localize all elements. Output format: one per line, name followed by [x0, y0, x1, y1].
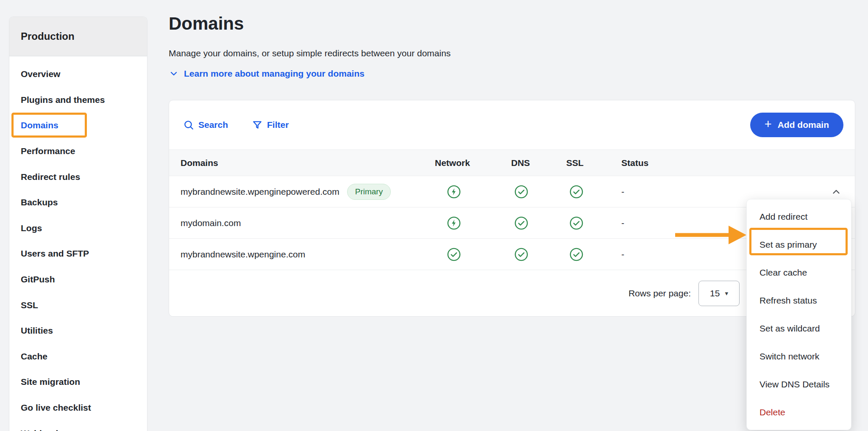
sidebar-item-go-live-checklist[interactable]: Go live checklist	[9, 395, 147, 421]
network-status-lightning-icon	[435, 216, 473, 230]
column-header-status: Status	[621, 158, 732, 168]
domain-name: mybrandnewsite.wpengine.com	[181, 249, 305, 260]
app-root: Production OverviewPlugins and themesDom…	[0, 0, 868, 431]
rows-per-page-label: Rows per page:	[629, 288, 691, 298]
menu-item-delete[interactable]: Delete	[747, 398, 851, 426]
sidebar-nav: OverviewPlugins and themesDomainsPerform…	[9, 56, 147, 431]
sidebar-item-webhooks[interactable]: Webhooks	[9, 420, 147, 431]
rows-per-page-select[interactable]: 15 ▾	[698, 281, 740, 306]
context-menu: Add redirectSet as primaryClear cacheRef…	[746, 199, 851, 430]
row-menu-toggle-open[interactable]	[831, 186, 842, 197]
environment-sidebar: Production OverviewPlugins and themesDom…	[9, 17, 147, 431]
dns-status-check-icon	[511, 247, 531, 262]
sidebar-item-utilities[interactable]: Utilities	[9, 318, 147, 344]
dns-status-check-icon	[511, 216, 531, 230]
search-icon	[183, 119, 194, 130]
status-value: -	[621, 218, 732, 228]
sidebar-item-performance[interactable]: Performance	[9, 138, 147, 164]
sidebar-item-ssl[interactable]: SSL	[9, 292, 147, 318]
table-header-row: DomainsNetworkDNSSSLStatus	[169, 149, 855, 176]
ssl-status-check-icon	[566, 216, 587, 230]
rows-per-page-value: 15	[710, 288, 720, 298]
sidebar-item-overview[interactable]: Overview	[9, 61, 147, 87]
network-status-check-icon	[435, 247, 473, 262]
column-header-ssl: SSL	[566, 158, 621, 168]
learn-more-link[interactable]: Learn more about managing your domains	[169, 69, 364, 79]
sidebar-item-logs[interactable]: Logs	[9, 216, 147, 241]
ssl-status-check-icon	[566, 185, 587, 199]
network-status-lightning-icon	[435, 185, 473, 199]
sidebar-item-cache[interactable]: Cache	[9, 344, 147, 370]
domain-name: mydomain.com	[181, 218, 241, 228]
column-header-network: Network	[435, 158, 511, 168]
menu-item-view-dns-details[interactable]: View DNS Details	[747, 370, 851, 398]
sidebar-item-gitpush[interactable]: GitPush	[9, 267, 147, 293]
sidebar-item-redirect-rules[interactable]: Redirect rules	[9, 164, 147, 190]
menu-item-clear-cache[interactable]: Clear cache	[747, 259, 851, 287]
column-header-dns: DNS	[511, 158, 566, 168]
primary-badge: Primary	[347, 184, 391, 200]
sidebar-item-domains[interactable]: Domains	[9, 113, 147, 138]
search-label: Search	[198, 120, 228, 130]
add-domain-label: Add domain	[778, 120, 829, 130]
add-domain-button[interactable]: + Add domain	[750, 113, 843, 137]
select-caret-icon: ▾	[725, 290, 728, 297]
column-header-domains: Domains	[181, 158, 435, 168]
dns-status-check-icon	[511, 185, 531, 199]
page-subtitle: Manage your domains, or setup simple red…	[169, 48, 855, 58]
plus-icon: +	[765, 118, 772, 130]
menu-item-refresh-status[interactable]: Refresh status	[747, 287, 851, 315]
ssl-status-check-icon	[566, 247, 587, 262]
menu-item-add-redirect[interactable]: Add redirect	[747, 203, 851, 231]
chevron-down-icon	[169, 69, 179, 79]
learn-more-label: Learn more about managing your domains	[184, 69, 364, 79]
sidebar-item-plugins-and-themes[interactable]: Plugins and themes	[9, 87, 147, 113]
sidebar-item-backups[interactable]: Backups	[9, 190, 147, 216]
page-title: Domains	[169, 14, 855, 34]
menu-item-set-as-wildcard[interactable]: Set as wildcard	[747, 315, 851, 343]
filter-icon	[252, 119, 263, 130]
domains-toolbar: Search Filter + Add domain	[169, 100, 855, 149]
domain-name: mybrandnewsite.wpenginepowered.com	[181, 187, 339, 197]
sidebar-item-users-and-sftp[interactable]: Users and SFTP	[9, 241, 147, 267]
status-value: -	[621, 187, 732, 197]
status-value: -	[621, 249, 732, 260]
filter-label: Filter	[267, 120, 289, 130]
sidebar-item-site-migration[interactable]: Site migration	[9, 369, 147, 395]
search-button[interactable]: Search	[181, 119, 231, 131]
filter-button[interactable]: Filter	[249, 119, 291, 131]
environment-name: Production	[9, 17, 147, 56]
menu-item-switch-network[interactable]: Switch network	[747, 343, 851, 370]
menu-item-set-as-primary[interactable]: Set as primary	[747, 231, 851, 259]
